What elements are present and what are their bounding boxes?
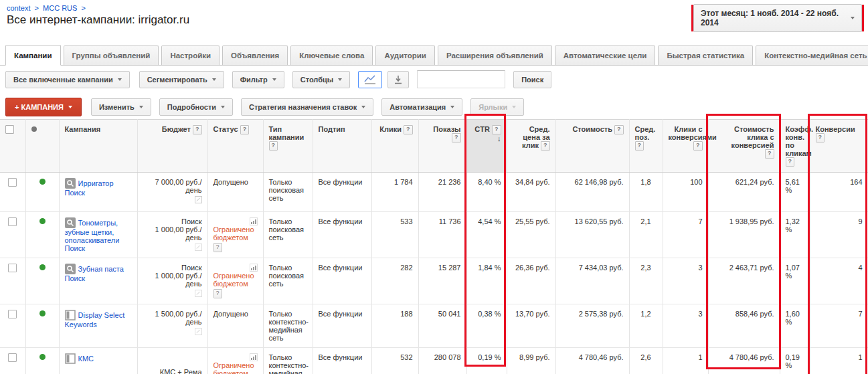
add-campaign-button[interactable]: + КАМПАНИЯ — [5, 98, 82, 116]
col-header-clicks[interactable]: Клики ? — [371, 120, 418, 173]
help-icon[interactable]: ? — [786, 157, 795, 167]
help-icon[interactable]: ? — [614, 125, 624, 134]
help-icon[interactable]: ? — [452, 133, 461, 143]
tab-keywords[interactable]: Ключевые слова — [290, 45, 373, 65]
select-all-checkbox[interactable] — [5, 125, 14, 134]
search-button[interactable]: Поиск — [513, 71, 551, 88]
status-text[interactable]: Ограничено бюджетом — [213, 225, 258, 242]
search-input[interactable] — [417, 70, 505, 88]
help-icon[interactable]: ? — [213, 243, 222, 252]
help-icon[interactable]: ? — [765, 149, 774, 159]
details-button[interactable]: Подробности — [159, 98, 233, 116]
edit-budget-icon[interactable] — [195, 196, 202, 203]
chevron-down-icon — [139, 106, 143, 108]
enabled-dot-icon[interactable] — [39, 310, 46, 316]
avg-cpc-value: 8,99 руб. — [507, 348, 555, 374]
tab-settings[interactable]: Настройки — [161, 45, 220, 65]
campaign-type: Только контекстно-медийная сеть — [269, 353, 309, 374]
breadcrumb-separator: > — [35, 4, 39, 12]
date-range-button[interactable]: Этот месяц: 1 нояб. 2014 - 22 нояб. 2014 — [693, 4, 862, 32]
enabled-dot-icon[interactable] — [39, 354, 46, 360]
segment-button[interactable]: Сегментировать — [139, 71, 224, 88]
edit-button[interactable]: Изменить — [91, 98, 151, 116]
tab-campaigns[interactable]: Кампании — [5, 45, 61, 66]
automation-button[interactable]: Автоматизация — [381, 98, 462, 116]
status-dot-icon — [31, 126, 37, 132]
col-header-avg-cpc[interactable]: Сред. цена за клик ? — [507, 120, 555, 173]
help-icon[interactable]: ? — [635, 141, 644, 151]
col-header-cost-per-conv[interactable]: Стоимость клика с конверсией? — [708, 120, 780, 173]
help-icon[interactable]: ? — [492, 125, 501, 134]
cost-per-conv-value: 2 463,71 руб. — [708, 258, 780, 304]
help-icon[interactable]: ? — [541, 141, 550, 151]
col-header-type[interactable]: Тип кампании? — [263, 120, 313, 173]
help-icon[interactable]: ? — [816, 133, 825, 143]
bar-chart-icon[interactable] — [250, 264, 258, 272]
cost-per-conv-value: 858,46 руб. — [708, 304, 780, 348]
sort-desc-icon[interactable]: ↓ — [497, 134, 501, 143]
tab-ad-groups[interactable]: Группы объявлений — [64, 45, 159, 65]
campaign-link[interactable]: Ирригатор Поиск — [65, 179, 114, 197]
col-header-avg-pos[interactable]: Сред. поз.? — [629, 120, 663, 173]
download-button[interactable] — [387, 71, 409, 88]
campaign-link[interactable]: Display Select Keywords — [65, 311, 125, 329]
toggle-graph-button[interactable] — [358, 71, 382, 88]
bar-chart-icon[interactable] — [250, 353, 258, 361]
edit-budget-icon[interactable] — [195, 244, 202, 251]
bid-strategy-button[interactable]: Стратегия назначения ставок — [241, 98, 373, 116]
tab-audiences[interactable]: Аудитории — [375, 45, 434, 65]
status-text: Допущено — [213, 178, 248, 186]
line-chart-icon — [364, 75, 376, 84]
status-text[interactable]: Ограничено бюджетом — [213, 361, 258, 374]
campaign-link[interactable]: Тонометры, зубные щетки, ополаскиватели … — [65, 219, 120, 252]
row-checkbox[interactable] — [8, 353, 17, 362]
help-icon[interactable]: ? — [213, 289, 222, 298]
campaign-link[interactable]: Зубная паста Поиск — [65, 265, 124, 282]
tab-ads[interactable]: Объявления — [222, 45, 288, 65]
col-header-campaign[interactable]: Кампания — [59, 120, 137, 173]
breadcrumb-link-mcc[interactable]: MCC RUS — [43, 4, 77, 12]
enabled-dot-icon[interactable] — [39, 179, 46, 185]
col-header-subtype[interactable]: Подтип — [313, 120, 371, 173]
row-checkbox[interactable] — [8, 310, 17, 318]
date-range-label: Этот месяц: 1 нояб. 2014 - 22 нояб. 2014 — [701, 9, 845, 27]
col-header-conv-clicks[interactable]: Клики с конверсиями? — [663, 120, 708, 173]
help-icon[interactable]: ? — [269, 141, 278, 151]
breadcrumb: context > MCC RUS > — [7, 4, 88, 12]
row-checkbox[interactable] — [8, 264, 17, 272]
col-header-budget[interactable]: Бюджет ? — [137, 120, 207, 173]
enabled-dot-icon[interactable] — [39, 264, 46, 270]
edit-budget-icon[interactable] — [195, 290, 202, 297]
col-header-conv-rate[interactable]: Коэфф. конв. по кликам? — [780, 120, 810, 173]
breadcrumb-link-context[interactable]: context — [7, 4, 30, 12]
tab-auto-targets[interactable]: Автоматические цели — [555, 45, 656, 65]
campaign-link[interactable]: КМС — [65, 355, 94, 363]
labels-button[interactable]: Ярлыки — [470, 98, 524, 116]
col-header-impressions[interactable]: Показы ? — [418, 120, 466, 173]
row-checkbox[interactable] — [8, 217, 17, 226]
cost-per-conv-value: 1 938,95 руб. — [708, 212, 780, 258]
help-icon[interactable]: ? — [693, 141, 703, 151]
columns-button[interactable]: Столбцы — [292, 71, 350, 88]
col-header-conversions[interactable]: Конверсии ? — [810, 120, 868, 173]
filter-button[interactable]: Фильтр — [232, 71, 284, 88]
edit-budget-icon[interactable] — [195, 328, 202, 335]
tab-dimensions[interactable]: Быстрая статистика — [658, 45, 753, 65]
bar-chart-icon[interactable] — [250, 217, 258, 225]
campaigns-view-filter-button[interactable]: Все включенные кампании — [5, 71, 130, 88]
help-icon[interactable]: ? — [240, 125, 250, 134]
budget-value: 1 000,00 руб./день — [143, 272, 202, 288]
help-icon[interactable]: ? — [404, 125, 413, 134]
tab-display-network[interactable]: Контекстно-медийная сеть — [756, 45, 868, 65]
avg-cpc-value: 13,70 руб. — [507, 304, 555, 348]
impressions-value: 21 236 — [418, 173, 466, 212]
tab-ad-extensions[interactable]: Расширения объявлений — [438, 45, 552, 65]
status-text[interactable]: Ограничено бюджетом — [213, 272, 258, 288]
search-campaign-icon — [65, 178, 76, 189]
col-header-ctr[interactable]: CTR ?↓ — [466, 120, 507, 173]
col-header-status[interactable]: Статус ? — [207, 120, 263, 173]
enabled-dot-icon[interactable] — [39, 218, 46, 224]
col-header-cost[interactable]: Стоимость ? — [555, 120, 629, 173]
row-checkbox[interactable] — [8, 178, 17, 187]
help-icon[interactable]: ? — [193, 125, 202, 134]
